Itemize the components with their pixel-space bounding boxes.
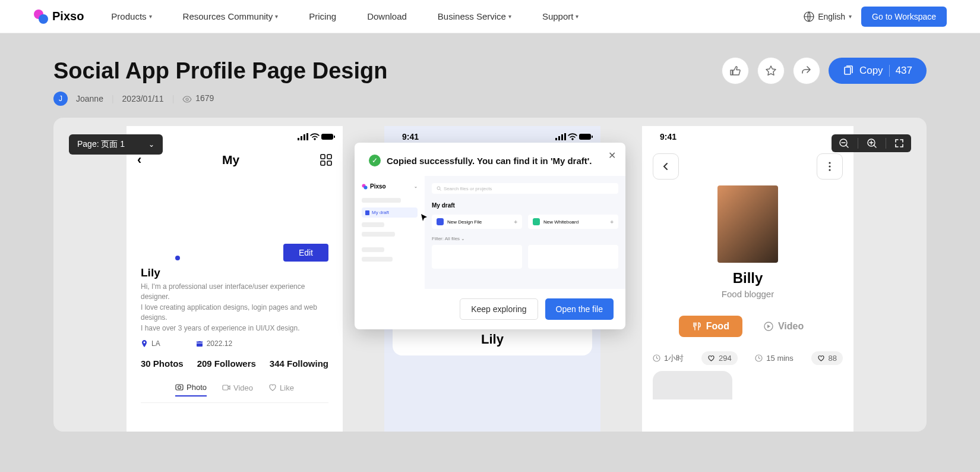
success-icon: ✓ xyxy=(369,155,381,166)
chevron-down-icon: ⌄ xyxy=(461,236,465,241)
modal-header: ✓ Copied successfully. You can find it i… xyxy=(355,143,625,176)
plus-icon: + xyxy=(610,219,614,225)
modal-footer: Keep exploring Open the file xyxy=(355,289,625,329)
preview-logo: Pixso ⌄ xyxy=(362,183,418,190)
modal-preview: Pixso ⌄ My draft Search files or project… xyxy=(355,176,625,289)
logo-icon xyxy=(362,184,368,190)
keep-exploring-button[interactable]: Keep exploring xyxy=(460,298,538,320)
preview-filter: Filter: All files ⌄ xyxy=(432,236,618,241)
modal-title: Copied successfully. You can find it in … xyxy=(387,156,592,166)
preview-search: Search files or projects xyxy=(432,183,618,194)
design-file-icon xyxy=(437,218,444,225)
preview-card-whiteboard: New Whiteboard+ xyxy=(528,215,618,229)
preview-sidebar-active: My draft xyxy=(362,207,418,218)
chevron-down-icon: ⌄ xyxy=(414,184,418,189)
preview-section-label: My draft xyxy=(432,202,618,209)
preview-card-design: New Design File+ xyxy=(432,215,522,229)
doc-icon xyxy=(365,210,369,215)
close-button[interactable]: ✕ xyxy=(608,150,616,161)
modal-overlay: ✕ ✓ Copied successfully. You can find it… xyxy=(0,0,980,472)
preview-main: Search files or projects My draft New De… xyxy=(425,176,625,289)
open-file-button[interactable]: Open the file xyxy=(545,298,614,320)
search-icon xyxy=(437,186,441,191)
whiteboard-icon xyxy=(533,218,540,225)
preview-sidebar: Pixso ⌄ My draft xyxy=(355,176,425,289)
svg-point-34 xyxy=(364,185,368,189)
svg-point-35 xyxy=(437,187,440,190)
cursor-icon xyxy=(420,213,429,222)
copied-modal: ✕ ✓ Copied successfully. You can find it… xyxy=(355,143,625,329)
plus-icon: + xyxy=(514,219,517,225)
